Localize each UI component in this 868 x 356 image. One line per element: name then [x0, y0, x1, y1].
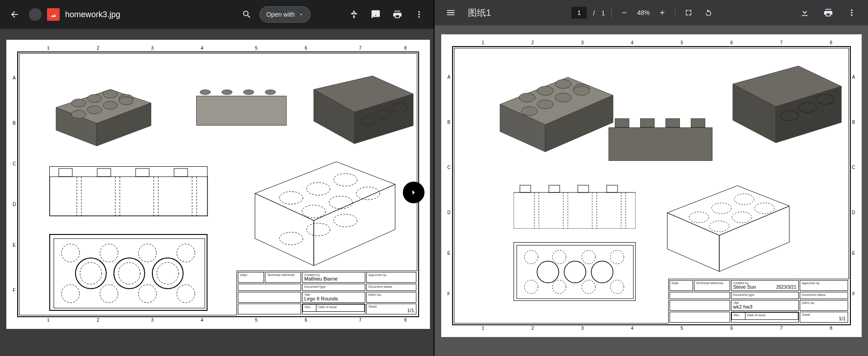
svg-point-106: [582, 280, 595, 294]
add-shortcut-icon[interactable]: [345, 5, 363, 23]
front-shaded-view: [609, 116, 712, 161]
rotate-icon[interactable]: [702, 6, 715, 19]
svg-point-35: [334, 173, 357, 186]
svg-point-91: [712, 203, 731, 214]
svg-point-67: [521, 107, 538, 116]
svg-rect-42: [54, 239, 205, 308]
col-tick: 4: [631, 326, 634, 331]
drive-preview-pane: homework3.jpg Open with: [0, 0, 434, 356]
print-icon[interactable]: [819, 4, 837, 22]
col-tick: 5: [681, 41, 684, 45]
row-tick: C: [13, 162, 16, 166]
chevron-down-icon: [298, 12, 304, 17]
tb-doctype-lab: Document type: [304, 285, 363, 288]
page-sep: /: [593, 9, 595, 17]
tb-doctype-lab: Document type: [733, 293, 797, 296]
svg-rect-19: [97, 169, 111, 177]
iso-wire-view: [237, 148, 409, 275]
col-tick: 8: [404, 318, 407, 323]
pdf-canvas: 1 2 3 4 5 6 7 8 1 2 3 4 5 6 7 8 A B C D: [434, 25, 868, 356]
avatar: [29, 8, 42, 21]
col-tick: 2: [532, 326, 534, 331]
tb-rev-lab: Rev.: [305, 305, 314, 309]
page-input[interactable]: [571, 7, 587, 19]
iso-bottom-shaded-view: [722, 61, 848, 152]
svg-point-3: [71, 99, 86, 107]
row-tick: D: [13, 202, 16, 207]
search-icon[interactable]: [238, 5, 256, 23]
row-tick: D: [448, 211, 451, 215]
row-tick: F: [852, 292, 855, 296]
tb-techref-lab: Technical reference: [267, 273, 299, 276]
drive-toolbar: homework3.jpg Open with: [0, 0, 434, 29]
tb-date-lab: Date of issue: [747, 314, 796, 317]
svg-point-95: [755, 203, 774, 214]
row-tick: D: [852, 211, 855, 215]
menu-icon[interactable]: [442, 4, 460, 22]
svg-marker-30: [255, 162, 395, 220]
title-block: Dept. Technical reference Created by Ste…: [668, 279, 849, 323]
svg-point-102: [582, 250, 595, 264]
svg-point-4: [87, 94, 102, 103]
svg-point-66: [573, 86, 590, 95]
front-shaded-view: [196, 85, 287, 126]
tb-dept-lab: Dept.: [672, 281, 691, 285]
tb-created-val: Mathieu Biarne: [304, 276, 363, 281]
tb-dwg-lab: DWG No.: [802, 301, 846, 304]
col-tick: 4: [631, 41, 634, 45]
back-button[interactable]: [5, 5, 24, 23]
svg-point-40: [307, 223, 330, 236]
fit-page-icon[interactable]: [682, 6, 695, 19]
download-icon[interactable]: [796, 4, 814, 22]
side-wire-view: [49, 166, 208, 216]
row-tick: A: [852, 75, 855, 80]
row-tick: B: [852, 120, 855, 125]
row-tick: B: [13, 121, 16, 126]
svg-point-34: [307, 183, 330, 195]
svg-point-103: [610, 250, 624, 264]
svg-point-92: [734, 194, 754, 205]
row-tick: C: [852, 165, 855, 170]
svg-point-7: [87, 106, 102, 114]
more-icon[interactable]: [410, 5, 428, 23]
col-tick: 3: [581, 326, 584, 331]
svg-rect-74: [514, 192, 636, 229]
svg-marker-32: [314, 184, 395, 266]
iso-shaded-view: [486, 61, 622, 156]
col-tick: 7: [780, 326, 783, 331]
svg-point-62: [555, 80, 571, 89]
comment-icon[interactable]: [367, 5, 385, 23]
svg-rect-96: [517, 245, 633, 299]
tb-techref-lab: Technical reference: [696, 281, 728, 285]
next-image-button[interactable]: [403, 182, 425, 203]
zoom-out-button[interactable]: [618, 6, 631, 19]
row-tick: E: [852, 251, 855, 256]
col-tick: 1: [482, 326, 485, 331]
svg-point-46: [61, 244, 80, 262]
col-tick: 8: [404, 46, 407, 51]
svg-point-99: [591, 261, 613, 283]
tb-docstatus-lab: Document status: [802, 293, 846, 296]
tb-title-val: Lego 8 Rounds: [304, 296, 363, 301]
svg-point-94: [732, 212, 752, 223]
svg-point-37: [329, 196, 353, 209]
drawing-sheet-right: 1 2 3 4 5 6 7 8 1 2 3 4 5 6 7 8 A B C D: [441, 34, 862, 337]
print-icon[interactable]: [388, 5, 406, 23]
svg-point-104: [524, 280, 538, 294]
svg-rect-76: [549, 185, 560, 192]
tb-approved-lab: Approved by: [802, 281, 846, 285]
tb-docstatus-lab: Document status: [368, 285, 414, 288]
bottom-wire-view: [49, 234, 208, 311]
svg-point-64: [537, 100, 553, 109]
col-tick: 2: [97, 46, 99, 51]
open-with-button[interactable]: Open with: [259, 6, 311, 23]
svg-rect-77: [578, 185, 589, 192]
zoom-level: 48%: [637, 9, 650, 16]
col-tick: 5: [255, 318, 258, 323]
more-icon[interactable]: [843, 4, 861, 22]
col-tick: 3: [151, 318, 154, 323]
zoom-in-button[interactable]: [656, 6, 669, 19]
svg-point-107: [610, 280, 624, 294]
drawing-sheet-left: 1 2 3 4 5 6 7 8 1 2 3 4 5 6 7 8 A B C: [6, 40, 430, 329]
svg-point-60: [519, 93, 535, 102]
